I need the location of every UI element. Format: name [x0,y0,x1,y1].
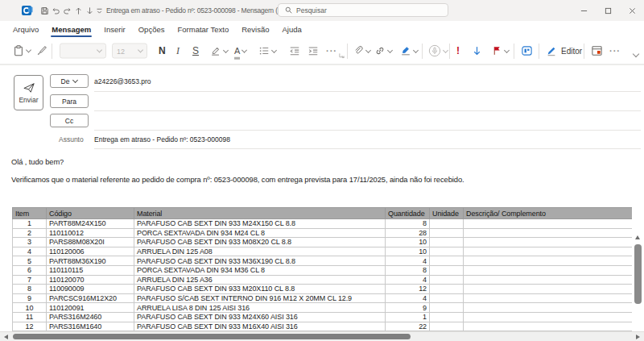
cell-material: PARAFUSO CAB SEXT DIN 933 M36X190 CL 8.8 [134,256,386,266]
table-row: 4110120006ARRUELA DIN 125 A0810 [13,247,633,256]
cell-descricao [464,275,633,285]
increase-indent-icon[interactable] [308,45,319,56]
from-button[interactable]: De [50,74,89,88]
tab-arquivo[interactable]: Arquivo [11,21,40,38]
apps-icon[interactable] [591,45,603,57]
cc-button[interactable]: Cc [50,114,89,127]
search-input[interactable]: Pesquisar [278,3,448,17]
more-commands-button[interactable]: ··· [609,46,621,56]
cell-quantidade: 1 [386,312,430,322]
maximize-icon[interactable] [596,0,620,21]
cell-descricao [464,228,633,238]
cell-item: 4 [13,247,47,256]
font-color-button[interactable]: A [234,43,246,60]
from-value[interactable]: a24226@3653.pro [94,77,151,85]
field-divider [94,110,641,111]
dialog-launcher-icon[interactable] [339,53,345,59]
paste-button[interactable] [13,45,31,57]
cell-material: PARAFUSO CAB SEXT DIN 933 M20X110 CL 8.8 [134,285,386,294]
signature-button[interactable] [400,45,418,56]
undo-icon[interactable] [52,0,60,21]
cell-material: PARAFUSO CAB SEXT DIN 933 M24X150 CL 8.8 [134,219,386,229]
save-icon[interactable] [40,0,49,21]
cell-quantidade: 10 [386,247,430,256]
bold-button[interactable]: N [159,45,166,56]
low-importance-button[interactable] [472,45,482,56]
cell-item: 11 [13,312,47,322]
cell-codigo: PARS316M2460 [47,312,134,322]
tab-opcoes[interactable]: Opções [137,21,167,38]
cell-material: PORCA SEXTAVADA DIN 934 M24 CL 8 [134,228,386,238]
cell-quantidade: 4 [386,256,430,266]
close-icon[interactable] [620,0,644,21]
table-row: 2110110012PORCA SEXTAVADA DIN 934 M24 CL… [13,228,633,238]
font-size-select[interactable]: 12 [112,44,147,59]
window-controls [572,0,644,21]
underline-button[interactable]: S [192,45,199,56]
subject-field[interactable]: Entrega em atraso - Pedido nº: 0523-0000… [94,135,230,143]
cell-material: ARRUELA DIN 125 A36 [134,275,386,285]
editor-button[interactable]: Editor [546,45,582,56]
title-bar: Entrega em atraso - Pedido nº: 0523-0000… [0,0,644,21]
highlight-color-button[interactable] [210,45,228,56]
tab-mensagem[interactable]: Mensagem [50,21,93,38]
cell-descricao [464,293,633,303]
dictate-button[interactable] [428,44,448,57]
cell-material: ARRUELA LISA 8 DIN 125 AISI 316 [134,303,386,313]
italic-button[interactable]: I [176,45,180,57]
send-icon [23,82,35,94]
cell-quantidade: 4 [386,275,430,285]
move-up-icon[interactable] [74,0,83,21]
link-button[interactable] [374,45,392,56]
move-down-icon[interactable] [85,0,94,21]
horizontal-scrollbar-thumb[interactable] [13,334,411,339]
tab-inserir[interactable]: Inserir [102,21,126,38]
format-painter-icon[interactable] [36,45,47,56]
tab-revisao[interactable]: Revisão [240,21,270,38]
to-button[interactable]: Para [50,94,89,108]
customize-quick-access-icon[interactable] [96,0,103,21]
ribbon-toolbar: 12 N I S A ··· [0,38,644,65]
cell-codigo: 110120070 [47,275,134,285]
vertical-scrollbar-thumb[interactable] [634,244,642,304]
minimize-icon[interactable] [572,0,596,21]
cell-material: PARAFUSO S/CAB SEXT INTERNO DIN 916 M12 … [134,293,386,303]
cell-quantidade: 8 [386,265,430,275]
cell-unidade [430,219,464,229]
cell-codigo: 110110012 [47,228,134,238]
cell-codigo: PARS88M08X20I [47,238,134,247]
loop-components-icon[interactable] [521,45,533,57]
collapse-ribbon-icon[interactable] [631,53,638,56]
cell-item: 8 [13,285,47,294]
tab-ajuda[interactable]: Ajuda [281,21,303,38]
horizontal-scrollbar[interactable] [0,331,644,341]
cell-unidade [430,256,464,266]
header-unidade: Unidade [430,208,464,219]
more-formatting-button[interactable]: ··· [326,46,337,56]
cell-material: PARAFUSO CAB SEXT DIN 933 M16X40 AISI 31… [134,322,386,331]
outlook-logo-icon [22,0,33,21]
redo-icon[interactable] [63,0,72,21]
follow-up-flag-button[interactable] [492,45,509,56]
scroll-left-icon[interactable] [4,335,8,339]
tab-formatar-texto[interactable]: Formatar Texto [175,21,230,38]
decrease-indent-icon[interactable] [289,45,300,56]
cell-codigo: 110110115 [47,265,134,275]
table-row: 5PART88M36X190PARAFUSO CAB SEXT DIN 933 … [13,256,633,266]
attach-file-button[interactable] [353,45,370,56]
cell-descricao [464,312,633,322]
vertical-scrollbar[interactable] [634,235,642,341]
scroll-right-icon[interactable] [636,335,640,339]
font-name-select[interactable] [60,44,106,59]
cell-item: 7 [13,275,47,285]
cell-material: PARAFUSO CAB SEXT DIN 933 M08X20 CL 8.8 [134,238,386,247]
header-descricao: Descrição/ Complemento [464,208,633,219]
from-label: De [61,77,70,85]
send-button[interactable]: Enviar [14,75,43,110]
subject-label: Assunto [59,135,84,143]
high-importance-button[interactable]: ! [456,45,460,56]
bullets-button[interactable] [258,45,276,56]
table-header-row: Item Código Material Quantidade Unidade … [13,208,633,219]
editor-label: Editor [561,47,582,56]
scroll-up-icon[interactable] [635,235,640,239]
